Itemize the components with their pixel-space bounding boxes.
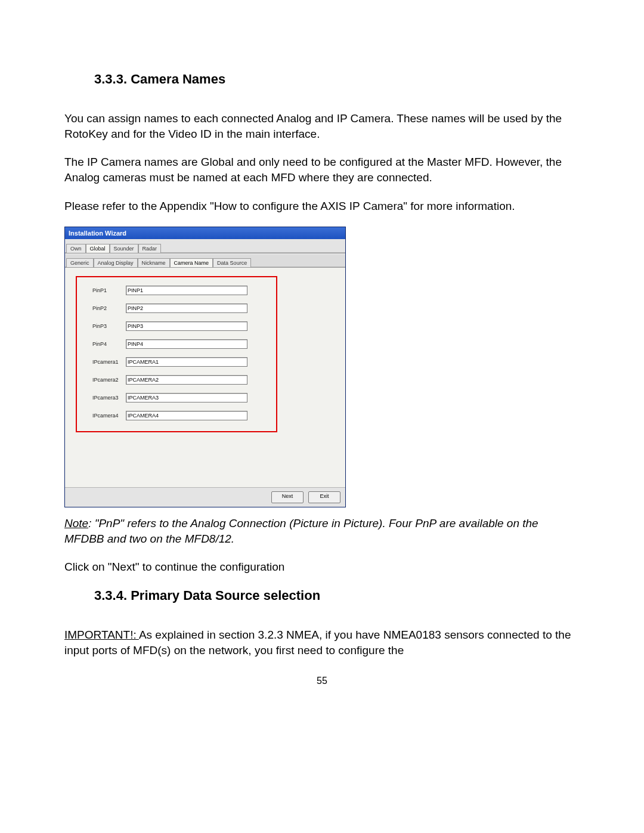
field-row-pinp4: PinP4 PINP4 — [92, 339, 265, 349]
tab-data-source[interactable]: Data Source — [213, 258, 251, 267]
tab-radar[interactable]: Radar — [138, 244, 162, 253]
label-pinp2: PinP2 — [92, 305, 126, 311]
label-ipcamera3: IPcamera3 — [92, 395, 126, 401]
field-row-pinp2: PinP2 PINP2 — [92, 304, 265, 313]
field-row-ipcamera2: IPcamera2 IPCAMERA2 — [92, 375, 265, 385]
heading-334: 3.3.4. Primary Data Source selection — [94, 588, 580, 603]
field-row-pinp3: PinP3 PINP3 — [92, 321, 265, 331]
heading-333: 3.3.3. Camera Names — [94, 72, 580, 87]
input-ipcamera3[interactable]: IPCAMERA3 — [126, 393, 247, 402]
field-row-ipcamera1: IPcamera1 IPCAMERA1 — [92, 357, 265, 367]
wizard-footer: Next Exit — [65, 487, 345, 507]
document-page: 3.3.3. Camera Names You can assign names… — [0, 0, 644, 710]
label-pinp1: PinP1 — [92, 287, 126, 293]
click-next-text: Click on "Next" to continue the configur… — [64, 559, 580, 575]
label-ipcamera4: IPcamera4 — [92, 413, 126, 419]
outer-tab-strip: Own Global Sounder Radar — [65, 239, 345, 253]
next-button[interactable]: Next — [271, 491, 304, 503]
field-row-ipcamera4: IPcamera4 IPCAMERA4 — [92, 411, 265, 420]
tab-sounder[interactable]: Sounder — [110, 244, 138, 253]
page-number: 55 — [64, 676, 580, 686]
paragraph-1: You can assign names to each connected A… — [64, 111, 580, 141]
input-ipcamera1[interactable]: IPCAMERA1 — [126, 357, 247, 367]
tab-analog-display[interactable]: Analog Display — [94, 258, 138, 267]
highlighted-fields-box: PinP1 PINP1 PinP2 PINP2 PinP3 PINP3 PinP… — [76, 276, 277, 432]
paragraph-3: Please refer to the Appendix "How to con… — [64, 199, 580, 214]
note-label: Note — [64, 517, 88, 529]
input-ipcamera4[interactable]: IPCAMERA4 — [126, 411, 247, 420]
tab-generic[interactable]: Generic — [66, 258, 94, 267]
note-body: : "PnP" refers to the Analog Connection … — [64, 517, 538, 545]
wizard-body: PinP1 PINP1 PinP2 PINP2 PinP3 PINP3 PinP… — [65, 268, 345, 487]
tab-global[interactable]: Global — [86, 244, 110, 253]
input-pinp3[interactable]: PINP3 — [126, 321, 247, 331]
input-pinp1[interactable]: PINP1 — [126, 286, 247, 295]
field-row-ipcamera3: IPcamera3 IPCAMERA3 — [92, 393, 265, 402]
installation-wizard-window: Installation Wizard Own Global Sounder R… — [64, 227, 346, 507]
label-ipcamera2: IPcamera2 — [92, 377, 126, 383]
input-pinp2[interactable]: PINP2 — [126, 304, 247, 313]
window-titlebar: Installation Wizard — [65, 227, 345, 239]
label-pinp4: PinP4 — [92, 341, 126, 347]
input-pinp4[interactable]: PINP4 — [126, 339, 247, 349]
input-ipcamera2[interactable]: IPCAMERA2 — [126, 375, 247, 385]
important-label: IMPORTANT!: — [64, 628, 139, 641]
tab-own[interactable]: Own — [66, 244, 86, 253]
label-pinp3: PinP3 — [92, 323, 126, 329]
field-row-pinp1: PinP1 PINP1 — [92, 286, 265, 295]
tab-camera-name[interactable]: Camera Name — [170, 258, 213, 267]
note-paragraph: Note: "PnP" refers to the Analog Connect… — [64, 516, 580, 546]
important-body: As explained in section 3.2.3 NMEA, if y… — [64, 628, 571, 657]
inner-tab-strip: Generic Analog Display Nickname Camera N… — [65, 253, 345, 268]
important-paragraph: IMPORTANT!: As explained in section 3.2.… — [64, 627, 580, 658]
exit-button[interactable]: Exit — [308, 491, 340, 503]
label-ipcamera1: IPcamera1 — [92, 359, 126, 365]
tab-nickname[interactable]: Nickname — [138, 258, 170, 267]
paragraph-2: The IP Camera names are Global and only … — [64, 154, 580, 185]
